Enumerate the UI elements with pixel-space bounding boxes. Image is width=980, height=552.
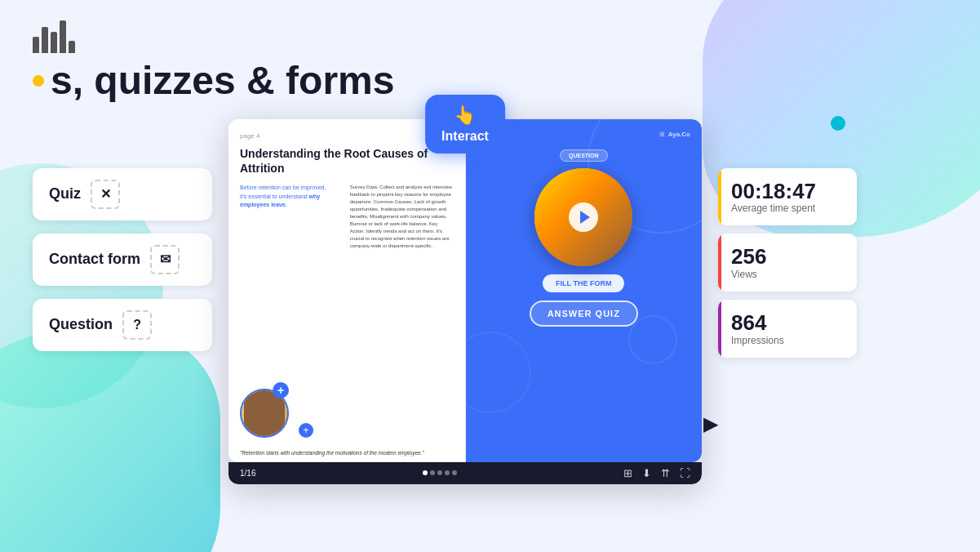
progress-dot-2 (430, 470, 435, 475)
yellow-dot (33, 75, 44, 87)
download-icon[interactable]: ⬇ (642, 467, 651, 479)
bar-chart-icon (33, 16, 75, 53)
header-section: s, quizzes & forms (33, 16, 947, 103)
add-button-bottom[interactable]: + (299, 423, 313, 438)
left-page-title: Understanding the Root Causes of Attriti… (240, 146, 454, 176)
contact-form-button-label: Contact form (49, 251, 140, 268)
interact-badge-label: Interact (441, 129, 489, 144)
deco-circle-2 (466, 332, 531, 413)
progress-dot-5 (452, 470, 457, 475)
quiz-button-label: Quiz (49, 185, 81, 203)
progress-dot-3 (437, 470, 442, 475)
stat-card-impressions: 864 Impressions (718, 300, 857, 358)
flipbook: page 4 Understanding the Root Causes of … (228, 119, 702, 462)
grid-icon[interactable]: ⊞ (623, 467, 632, 479)
fullscreen-icon[interactable]: ⛶ (680, 467, 690, 479)
quiz-icon: ✕ (91, 180, 120, 209)
fill-form-button[interactable]: FILL THE FORM (543, 274, 624, 292)
views-label: Views (731, 269, 844, 280)
quote-text: "Retention starts with understanding the… (240, 450, 454, 456)
interact-hand-icon: 👆 (454, 105, 476, 126)
deco-circle-3 (628, 315, 677, 364)
progress-dot-4 (445, 470, 450, 475)
flipbook-right-page: page 5 ⊞ Aya.Co QUESTION (466, 119, 703, 462)
flipbook-container: 👆 Interact page 4 Understanding the Root… (228, 119, 702, 484)
highlight-text: Before retention can be improved,it's es… (240, 184, 344, 210)
question-icon: ? (122, 310, 152, 340)
progress-dots (423, 470, 457, 475)
answer-quiz-button[interactable]: ANSWER QUIZ (530, 300, 638, 327)
quiz-button[interactable]: Quiz ✕ (33, 168, 212, 220)
add-button-top[interactable]: + (273, 382, 289, 398)
feature-buttons-list: Quiz ✕ Contact form ✉ Question ? (33, 119, 212, 351)
views-value: 256 (731, 245, 844, 269)
question-button[interactable]: Question ? (33, 299, 212, 351)
flipbook-footer: 1/16 ⊞ ⬇ ⇈ ⛶ (228, 462, 702, 484)
share-icon[interactable]: ⇈ (661, 467, 670, 479)
impressions-value: 864 (731, 311, 844, 335)
time-value: 00:18:47 (731, 180, 844, 203)
stats-panel: 00:18:47 Average time spent 256 Views 86… (718, 119, 857, 358)
stat-card-views: 256 Views (718, 234, 857, 292)
cursor-decoration: ▶ (703, 412, 718, 435)
impressions-label: Impressions (731, 335, 844, 346)
progress-dot-1 (423, 470, 428, 475)
footer-icons: ⊞ ⬇ ⇈ ⛶ (623, 467, 690, 479)
time-label: Average time spent (731, 203, 844, 214)
page-title: s, quizzes & forms (51, 60, 394, 103)
question-button-label: Question (49, 316, 113, 333)
left-page-number: page 4 (240, 132, 454, 140)
page-counter: 1/16 (240, 469, 255, 478)
interact-badge[interactable]: 👆 Interact (425, 95, 505, 154)
body-text: Survey Data: Collect and analyze exit in… (350, 184, 454, 250)
avatar-section: + + (240, 389, 313, 438)
contact-form-button[interactable]: Contact form ✉ (33, 234, 212, 286)
flipbook-left-page: page 4 Understanding the Root Causes of … (228, 119, 466, 462)
stat-card-time: 00:18:47 Average time spent (718, 168, 857, 226)
contact-form-icon: ✉ (150, 245, 180, 274)
video-circle[interactable] (534, 168, 632, 266)
play-button[interactable] (569, 203, 598, 232)
